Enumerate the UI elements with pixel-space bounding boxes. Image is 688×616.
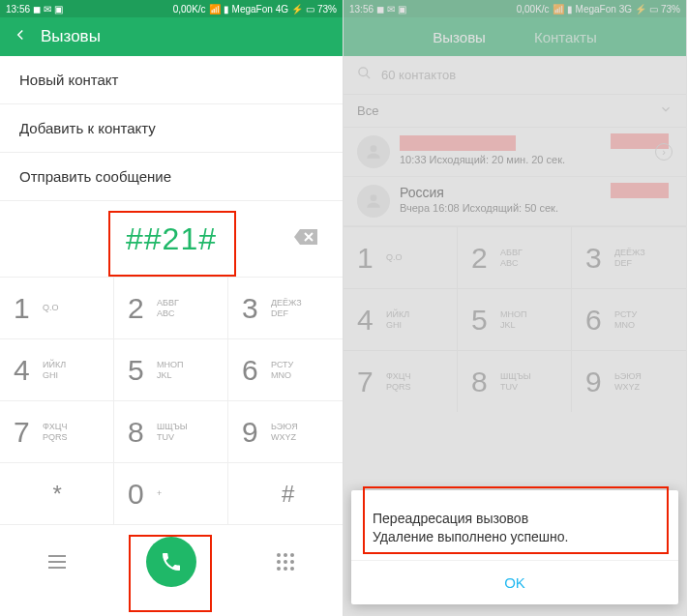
menu-button[interactable]: [0, 525, 114, 598]
key-letters: ФХЦЧPQRS: [43, 422, 68, 442]
key-letters: ЬЭЮЯWXYZ: [271, 422, 298, 442]
call-log-item[interactable]: Россия Вчера 16:08 Исходящий: 50 сек.: [344, 177, 686, 226]
key-letters: ИЙКЛGHI: [43, 360, 66, 380]
status-bar: 13:56 ◼ ✉ ▣ 0,00K/c 📶 ▮ MegaFon 4G ⚡ ▭ 7…: [0, 0, 343, 17]
key-0[interactable]: 0+: [114, 462, 228, 524]
key-2[interactable]: 2АБВГABC: [458, 226, 572, 288]
key-9[interactable]: 9ЬЭЮЯWXYZ: [228, 400, 343, 462]
chevron-down-icon: [659, 103, 673, 119]
svg-point-14: [371, 145, 377, 152]
key-digit: 0: [128, 478, 149, 511]
key-7[interactable]: 7ФХЦЧPQRS: [344, 350, 458, 412]
wifi-icon: 📶: [209, 4, 221, 15]
battery-icon: ▭: [306, 4, 314, 15]
net-speed: 0,00K/c: [517, 4, 550, 15]
key-#[interactable]: #: [228, 462, 343, 524]
key-letters: МНОПJKL: [500, 309, 526, 330]
charge-icon: ⚡: [635, 4, 646, 15]
key-6[interactable]: 6РСТУMNO: [228, 338, 343, 400]
signal-icon: ▮: [224, 4, 229, 15]
key-5[interactable]: 5МНОПJKL: [458, 288, 572, 350]
battery-pct: 73%: [661, 4, 680, 15]
svg-point-5: [290, 553, 294, 557]
dialed-number: ##21#: [126, 221, 217, 257]
key-digit: #: [282, 481, 303, 508]
key-letters: РСТУMNO: [271, 360, 293, 380]
key-digit: 6: [242, 354, 263, 387]
key-digit: 4: [14, 354, 35, 387]
app-header: Вызовы: [0, 17, 343, 56]
key-6[interactable]: 6РСТУMNO: [572, 288, 686, 350]
key-letters: +: [157, 488, 162, 498]
key-1[interactable]: 1Q.O: [344, 226, 458, 288]
key-digit: 7: [14, 416, 35, 449]
key-letters: Q.O: [43, 303, 59, 312]
menu-add-to-contact[interactable]: Добавить к контакту: [0, 104, 343, 153]
avatar: [357, 185, 390, 218]
key-3[interactable]: 3ДЕЁЖЗDEF: [572, 226, 686, 288]
key-letters: РСТУMNO: [614, 309, 637, 330]
tab-calls[interactable]: Вызовы: [433, 29, 486, 45]
menu-send-message[interactable]: Отправить сообщение: [0, 153, 343, 201]
key-1[interactable]: 1Q.O: [0, 277, 114, 338]
key-4[interactable]: 4ИЙКЛGHI: [0, 338, 114, 400]
key-7[interactable]: 7ФХЦЧPQRS: [0, 400, 114, 462]
status-time: 13:56: [6, 4, 30, 15]
key-digit: 1: [14, 292, 35, 325]
page-title: Вызовы: [41, 27, 101, 46]
key-2[interactable]: 2АБВГABC: [114, 277, 228, 338]
key-letters: ШЩЪЫTUV: [157, 422, 188, 442]
key-5[interactable]: 5МНОПJKL: [114, 338, 228, 400]
svg-point-12: [359, 68, 368, 76]
battery-pct: 73%: [317, 4, 337, 15]
key-9[interactable]: 9ЬЭЮЯWXYZ: [572, 350, 686, 412]
action-menu: Новый контакт Добавить к контакту Отправ…: [0, 56, 343, 201]
filter-row[interactable]: Все: [344, 95, 686, 128]
svg-point-7: [284, 560, 287, 564]
key-letters: АБВГABC: [157, 298, 179, 318]
vk-icon: ▣: [54, 4, 63, 15]
carrier: MegaFon 3G: [576, 4, 632, 15]
call-detail: Вчера 16:08 Исходящий: 50 сек.: [400, 202, 673, 214]
svg-point-15: [371, 194, 377, 201]
mail-icon: ✉: [44, 4, 51, 15]
key-8[interactable]: 8ШЩЪЫTUV: [458, 350, 572, 412]
key-digit: 8: [128, 416, 149, 449]
key-digit: 9: [585, 366, 607, 398]
bottom-actions: [0, 524, 343, 598]
key-digit: 9: [242, 416, 263, 449]
svg-point-3: [277, 553, 281, 557]
svg-point-8: [290, 560, 294, 564]
key-letters: ИЙКЛGHI: [386, 309, 409, 330]
menu-new-contact[interactable]: Новый контакт: [0, 56, 343, 104]
tab-header: Вызовы Контакты: [344, 17, 686, 56]
svg-point-4: [284, 553, 287, 557]
signal-icon: ▮: [567, 4, 573, 15]
tab-contacts[interactable]: Контакты: [534, 29, 597, 45]
key-3[interactable]: 3ДЕЁЖЗDEF: [228, 277, 343, 338]
call-log-item[interactable]: 10:33 Исходящий: 20 мин. 20 сек. ›: [344, 128, 686, 177]
mail-icon: ✉: [387, 4, 395, 15]
search-row[interactable]: 60 контактов: [344, 56, 686, 95]
svg-point-11: [290, 567, 294, 571]
key-digit: 2: [471, 242, 493, 275]
dialog-ok-button[interactable]: OK: [351, 560, 678, 604]
dialog-line1: Переадресация вызовов: [373, 510, 657, 528]
net-speed: 0,00K/c: [173, 4, 206, 15]
info-icon[interactable]: ›: [655, 143, 673, 161]
call-detail: 10:33 Исходящий: 20 мин. 20 сек.: [400, 154, 673, 165]
key-4[interactable]: 4ИЙКЛGHI: [344, 288, 458, 350]
key-digit: *: [53, 481, 75, 508]
search-placeholder: 60 контактов: [381, 68, 456, 82]
key-*[interactable]: *: [0, 462, 114, 524]
key-8[interactable]: 8ШЩЪЫTUV: [114, 400, 228, 462]
key-digit: 1: [357, 242, 378, 275]
back-icon[interactable]: [12, 26, 29, 47]
dialpad-toggle[interactable]: [228, 525, 343, 598]
svg-line-13: [366, 74, 370, 78]
backspace-icon[interactable]: [292, 227, 319, 250]
redacted-name: [400, 135, 516, 151]
svg-point-10: [284, 567, 287, 571]
dialed-number-row: ##21#: [0, 201, 343, 277]
call-button[interactable]: [146, 537, 196, 587]
